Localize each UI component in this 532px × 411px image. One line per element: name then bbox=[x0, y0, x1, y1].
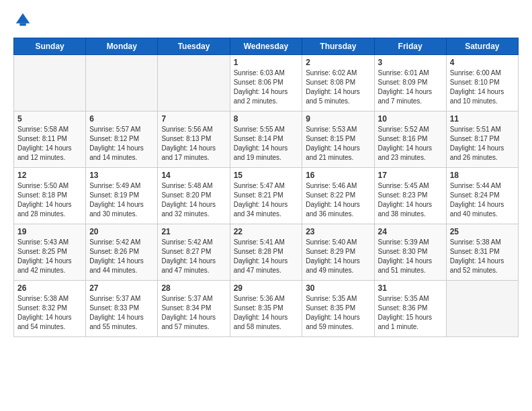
day-number: 13 bbox=[89, 171, 154, 180]
day-number: 17 bbox=[378, 171, 443, 180]
day-cell: 11Sunrise: 5:51 AM Sunset: 8:17 PM Dayli… bbox=[446, 111, 518, 168]
day-cell: 18Sunrise: 5:44 AM Sunset: 8:24 PM Dayli… bbox=[446, 168, 518, 224]
svg-marker-0 bbox=[16, 13, 30, 24]
day-cell: 21Sunrise: 5:42 AM Sunset: 8:27 PM Dayli… bbox=[158, 224, 230, 281]
day-number: 11 bbox=[450, 114, 515, 124]
day-number: 4 bbox=[450, 58, 515, 67]
day-cell bbox=[446, 281, 518, 337]
day-info: Sunrise: 5:44 AM Sunset: 8:24 PM Dayligh… bbox=[450, 181, 515, 219]
week-row-1: 1Sunrise: 6:03 AM Sunset: 8:06 PM Daylig… bbox=[14, 55, 519, 111]
day-info: Sunrise: 5:56 AM Sunset: 8:13 PM Dayligh… bbox=[161, 125, 226, 163]
day-cell: 7Sunrise: 5:56 AM Sunset: 8:13 PM Daylig… bbox=[158, 111, 230, 168]
day-info: Sunrise: 5:57 AM Sunset: 8:12 PM Dayligh… bbox=[89, 125, 154, 163]
day-info: Sunrise: 5:36 AM Sunset: 8:35 PM Dayligh… bbox=[234, 294, 299, 332]
day-number: 8 bbox=[234, 114, 299, 124]
day-info: Sunrise: 5:35 AM Sunset: 8:36 PM Dayligh… bbox=[378, 294, 443, 332]
day-cell: 14Sunrise: 5:48 AM Sunset: 8:20 PM Dayli… bbox=[158, 168, 230, 224]
day-number: 15 bbox=[234, 171, 299, 180]
day-cell: 12Sunrise: 5:50 AM Sunset: 8:18 PM Dayli… bbox=[14, 168, 86, 224]
day-number: 1 bbox=[234, 58, 299, 67]
day-info: Sunrise: 5:38 AM Sunset: 8:31 PM Dayligh… bbox=[450, 238, 515, 275]
day-number: 22 bbox=[234, 227, 299, 236]
day-number: 18 bbox=[450, 171, 515, 180]
day-cell: 23Sunrise: 5:40 AM Sunset: 8:29 PM Dayli… bbox=[302, 224, 374, 281]
day-number: 29 bbox=[234, 283, 299, 293]
day-info: Sunrise: 5:37 AM Sunset: 8:33 PM Dayligh… bbox=[89, 294, 154, 332]
week-row-4: 19Sunrise: 5:43 AM Sunset: 8:25 PM Dayli… bbox=[14, 224, 519, 281]
day-info: Sunrise: 6:03 AM Sunset: 8:06 PM Dayligh… bbox=[234, 68, 299, 106]
day-cell: 2Sunrise: 6:02 AM Sunset: 8:08 PM Daylig… bbox=[302, 55, 374, 111]
day-cell: 27Sunrise: 5:37 AM Sunset: 8:33 PM Dayli… bbox=[86, 281, 158, 337]
day-cell: 24Sunrise: 5:39 AM Sunset: 8:30 PM Dayli… bbox=[374, 224, 446, 281]
day-info: Sunrise: 5:49 AM Sunset: 8:19 PM Dayligh… bbox=[89, 181, 154, 219]
day-info: Sunrise: 5:48 AM Sunset: 8:20 PM Dayligh… bbox=[161, 181, 226, 219]
logo-icon bbox=[13, 11, 32, 30]
day-cell: 5Sunrise: 5:58 AM Sunset: 8:11 PM Daylig… bbox=[14, 111, 86, 168]
day-number: 24 bbox=[378, 227, 443, 236]
day-cell: 8Sunrise: 5:55 AM Sunset: 8:14 PM Daylig… bbox=[230, 111, 302, 168]
day-info: Sunrise: 5:50 AM Sunset: 8:18 PM Dayligh… bbox=[17, 181, 82, 219]
day-number: 30 bbox=[306, 283, 370, 293]
day-cell: 28Sunrise: 5:37 AM Sunset: 8:34 PM Dayli… bbox=[158, 281, 230, 337]
column-header-friday: Friday bbox=[374, 38, 446, 55]
day-cell: 3Sunrise: 6:01 AM Sunset: 8:09 PM Daylig… bbox=[374, 55, 446, 111]
day-info: Sunrise: 5:45 AM Sunset: 8:23 PM Dayligh… bbox=[378, 181, 443, 219]
calendar-body: 1Sunrise: 6:03 AM Sunset: 8:06 PM Daylig… bbox=[14, 55, 519, 337]
day-info: Sunrise: 5:55 AM Sunset: 8:14 PM Dayligh… bbox=[234, 125, 299, 163]
day-number: 7 bbox=[161, 114, 226, 124]
day-number: 21 bbox=[161, 227, 226, 236]
day-number: 16 bbox=[306, 171, 370, 180]
day-info: Sunrise: 5:38 AM Sunset: 8:32 PM Dayligh… bbox=[17, 294, 82, 332]
day-info: Sunrise: 5:42 AM Sunset: 8:26 PM Dayligh… bbox=[89, 238, 154, 275]
day-info: Sunrise: 6:02 AM Sunset: 8:08 PM Dayligh… bbox=[306, 68, 370, 106]
day-number: 28 bbox=[161, 283, 226, 293]
day-info: Sunrise: 5:46 AM Sunset: 8:22 PM Dayligh… bbox=[306, 181, 370, 219]
day-cell: 1Sunrise: 6:03 AM Sunset: 8:06 PM Daylig… bbox=[230, 55, 302, 111]
calendar-header: SundayMondayTuesdayWednesdayThursdayFrid… bbox=[14, 38, 519, 55]
day-cell: 31Sunrise: 5:35 AM Sunset: 8:36 PM Dayli… bbox=[374, 281, 446, 337]
week-row-2: 5Sunrise: 5:58 AM Sunset: 8:11 PM Daylig… bbox=[14, 111, 519, 168]
day-info: Sunrise: 5:51 AM Sunset: 8:17 PM Dayligh… bbox=[450, 125, 515, 163]
svg-rect-1 bbox=[19, 24, 26, 26]
day-cell: 30Sunrise: 5:35 AM Sunset: 8:35 PM Dayli… bbox=[302, 281, 374, 337]
day-info: Sunrise: 5:47 AM Sunset: 8:21 PM Dayligh… bbox=[234, 181, 299, 219]
day-number: 9 bbox=[306, 114, 370, 124]
column-header-thursday: Thursday bbox=[302, 38, 374, 55]
day-number: 6 bbox=[89, 114, 154, 124]
day-number: 14 bbox=[161, 171, 226, 180]
day-number: 26 bbox=[17, 283, 82, 293]
week-row-3: 12Sunrise: 5:50 AM Sunset: 8:18 PM Dayli… bbox=[14, 168, 519, 224]
day-cell: 6Sunrise: 5:57 AM Sunset: 8:12 PM Daylig… bbox=[86, 111, 158, 168]
day-info: Sunrise: 5:39 AM Sunset: 8:30 PM Dayligh… bbox=[378, 238, 443, 275]
day-number: 12 bbox=[17, 171, 82, 180]
day-cell: 22Sunrise: 5:41 AM Sunset: 8:28 PM Dayli… bbox=[230, 224, 302, 281]
day-info: Sunrise: 5:41 AM Sunset: 8:28 PM Dayligh… bbox=[234, 238, 299, 275]
day-cell: 16Sunrise: 5:46 AM Sunset: 8:22 PM Dayli… bbox=[302, 168, 374, 224]
day-cell bbox=[158, 55, 230, 111]
day-info: Sunrise: 5:37 AM Sunset: 8:34 PM Dayligh… bbox=[161, 294, 226, 332]
column-header-sunday: Sunday bbox=[14, 38, 86, 55]
day-cell: 10Sunrise: 5:52 AM Sunset: 8:16 PM Dayli… bbox=[374, 111, 446, 168]
day-info: Sunrise: 5:43 AM Sunset: 8:25 PM Dayligh… bbox=[17, 238, 82, 275]
day-number: 31 bbox=[378, 283, 443, 293]
day-info: Sunrise: 5:53 AM Sunset: 8:15 PM Dayligh… bbox=[306, 125, 370, 163]
day-cell bbox=[14, 55, 86, 111]
calendar: SundayMondayTuesdayWednesdayThursdayFrid… bbox=[13, 38, 519, 337]
day-cell: 15Sunrise: 5:47 AM Sunset: 8:21 PM Dayli… bbox=[230, 168, 302, 224]
day-cell: 26Sunrise: 5:38 AM Sunset: 8:32 PM Dayli… bbox=[14, 281, 86, 337]
day-number: 2 bbox=[306, 58, 370, 67]
week-row-5: 26Sunrise: 5:38 AM Sunset: 8:32 PM Dayli… bbox=[14, 281, 519, 337]
day-cell: 17Sunrise: 5:45 AM Sunset: 8:23 PM Dayli… bbox=[374, 168, 446, 224]
day-cell: 9Sunrise: 5:53 AM Sunset: 8:15 PM Daylig… bbox=[302, 111, 374, 168]
day-info: Sunrise: 5:42 AM Sunset: 8:27 PM Dayligh… bbox=[161, 238, 226, 275]
column-header-monday: Monday bbox=[86, 38, 158, 55]
day-number: 20 bbox=[89, 227, 154, 236]
header-row: SundayMondayTuesdayWednesdayThursdayFrid… bbox=[14, 38, 519, 55]
page: SundayMondayTuesdayWednesdayThursdayFrid… bbox=[0, 0, 532, 411]
day-info: Sunrise: 6:00 AM Sunset: 8:10 PM Dayligh… bbox=[450, 68, 515, 106]
day-info: Sunrise: 5:40 AM Sunset: 8:29 PM Dayligh… bbox=[306, 238, 370, 275]
day-info: Sunrise: 5:35 AM Sunset: 8:35 PM Dayligh… bbox=[306, 294, 370, 332]
day-number: 5 bbox=[17, 114, 82, 124]
day-info: Sunrise: 6:01 AM Sunset: 8:09 PM Dayligh… bbox=[378, 68, 443, 106]
day-cell: 4Sunrise: 6:00 AM Sunset: 8:10 PM Daylig… bbox=[446, 55, 518, 111]
